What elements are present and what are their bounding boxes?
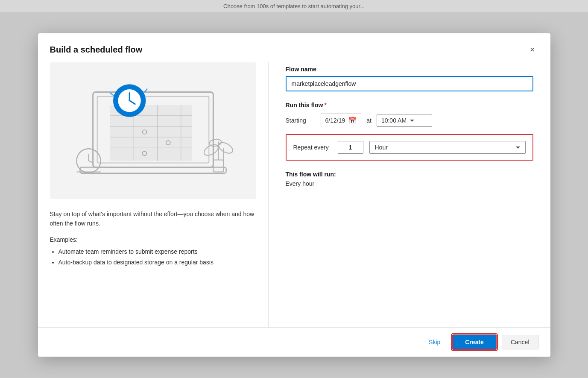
repeat-unit-dropdown[interactable]: Hour (369, 141, 526, 154)
calendar-icon: 📅 (348, 117, 357, 124)
repeat-label: Repeat every (293, 144, 332, 151)
flow-run-value: Every hour (286, 180, 533, 187)
date-picker[interactable]: 6/12/19 📅 (321, 114, 362, 127)
required-star: * (324, 102, 326, 108)
flow-name-label: Flow name (286, 66, 533, 73)
list-item: Auto-backup data to designated storage o… (59, 257, 256, 268)
top-bar: Choose from 100s of templates to start a… (0, 0, 588, 12)
dialog-header: Build a scheduled flow × (38, 33, 550, 62)
examples-list: Automate team reminders to submit expens… (50, 246, 256, 268)
time-picker[interactable]: 10:00 AM (377, 114, 432, 127)
flow-run-title: This flow will run: (286, 171, 533, 178)
at-label: at (366, 117, 372, 124)
flow-name-input[interactable] (286, 76, 533, 91)
list-item: Automate team reminders to submit expens… (59, 246, 256, 257)
skip-button[interactable]: Skip (422, 335, 447, 349)
run-flow-label: Run this flow * (286, 102, 533, 108)
flow-run-section: This flow will run: Every hour (286, 171, 533, 187)
description-text: Stay on top of what's important without … (50, 209, 256, 229)
flow-name-group: Flow name (286, 66, 533, 91)
examples-label: Examples: (50, 236, 256, 243)
chevron-down-icon (410, 120, 414, 122)
dialog-body: Stay on top of what's important without … (38, 62, 550, 327)
run-flow-section: Run this flow * Starting 6/12/19 📅 at 10… (286, 102, 533, 187)
right-panel: Flow name Run this flow * Starting 6/12/… (269, 62, 550, 327)
svg-point-19 (117, 88, 122, 93)
starting-label: Starting (286, 117, 316, 124)
repeat-number-input[interactable] (338, 141, 363, 154)
chevron-down-icon (516, 147, 520, 149)
svg-point-20 (137, 88, 141, 93)
dialog: Build a scheduled flow × (38, 33, 550, 357)
repeat-section: Repeat every Hour (286, 134, 533, 161)
cancel-button[interactable]: Cancel (502, 335, 538, 349)
close-button[interactable]: × (527, 44, 538, 56)
create-button[interactable]: Create (452, 334, 497, 350)
dialog-title: Build a scheduled flow (50, 45, 143, 55)
dialog-footer: Skip Create Cancel (38, 327, 550, 357)
left-panel: Stay on top of what's important without … (38, 62, 269, 327)
starting-row: Starting 6/12/19 📅 at 10:00 AM (286, 114, 533, 127)
illustration (50, 62, 256, 199)
